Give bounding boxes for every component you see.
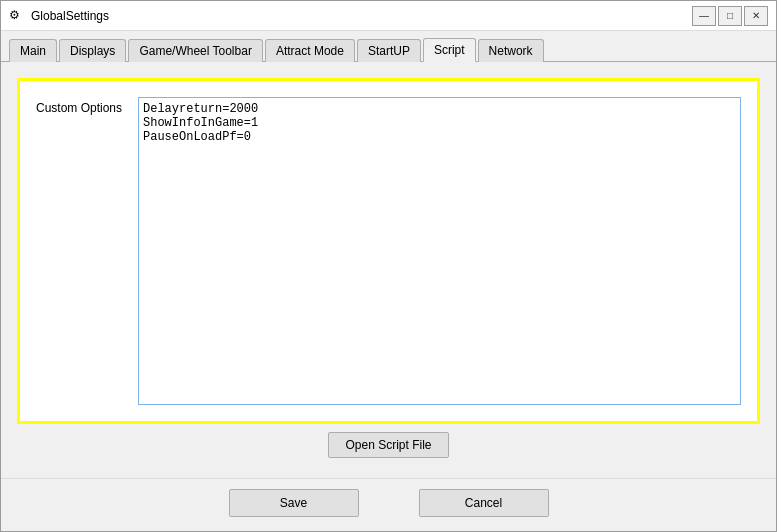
title-bar: ⚙ GlobalSettings — □ ✕ xyxy=(1,1,776,31)
tab-displays[interactable]: Displays xyxy=(59,39,126,62)
custom-options-label: Custom Options xyxy=(36,97,126,405)
tab-main[interactable]: Main xyxy=(9,39,57,62)
script-panel: Custom Options Delayreturn=2000 ShowInfo… xyxy=(17,78,760,424)
title-bar-left: ⚙ GlobalSettings xyxy=(9,8,109,24)
tab-script[interactable]: Script xyxy=(423,38,476,62)
tab-attract-mode[interactable]: Attract Mode xyxy=(265,39,355,62)
maximize-button[interactable]: □ xyxy=(718,6,742,26)
open-script-button-row: Open Script File xyxy=(17,424,760,462)
custom-options-textarea[interactable]: Delayreturn=2000 ShowInfoInGame=1 PauseO… xyxy=(138,97,741,405)
footer: Save Cancel xyxy=(1,478,776,531)
tabs-bar: Main Displays Game/Wheel Toolbar Attract… xyxy=(1,31,776,62)
minimize-button[interactable]: — xyxy=(692,6,716,26)
window-controls: — □ ✕ xyxy=(692,6,768,26)
open-script-file-button[interactable]: Open Script File xyxy=(328,432,448,458)
window-title: GlobalSettings xyxy=(31,9,109,23)
content-area: Custom Options Delayreturn=2000 ShowInfo… xyxy=(1,62,776,478)
tab-startup[interactable]: StartUP xyxy=(357,39,421,62)
main-window: ⚙ GlobalSettings — □ ✕ Main Displays Gam… xyxy=(0,0,777,532)
tab-network[interactable]: Network xyxy=(478,39,544,62)
tab-game-wheel-toolbar[interactable]: Game/Wheel Toolbar xyxy=(128,39,263,62)
close-button[interactable]: ✕ xyxy=(744,6,768,26)
cancel-button[interactable]: Cancel xyxy=(419,489,549,517)
save-button[interactable]: Save xyxy=(229,489,359,517)
app-icon: ⚙ xyxy=(9,8,25,24)
